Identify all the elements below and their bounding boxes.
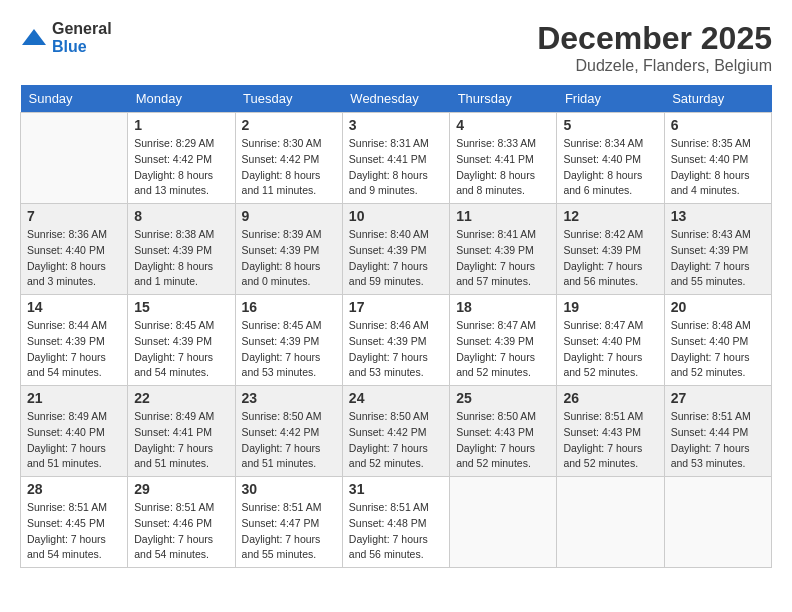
day-number: 30 (242, 481, 336, 497)
calendar-table: SundayMondayTuesdayWednesdayThursdayFrid… (20, 85, 772, 568)
calendar-cell: 1Sunrise: 8:29 AM Sunset: 4:42 PM Daylig… (128, 113, 235, 204)
day-number: 10 (349, 208, 443, 224)
day-info: Sunrise: 8:45 AM Sunset: 4:39 PM Dayligh… (134, 318, 228, 381)
day-number: 9 (242, 208, 336, 224)
calendar-cell: 27Sunrise: 8:51 AM Sunset: 4:44 PM Dayli… (664, 386, 771, 477)
calendar-cell: 22Sunrise: 8:49 AM Sunset: 4:41 PM Dayli… (128, 386, 235, 477)
day-number: 4 (456, 117, 550, 133)
day-info: Sunrise: 8:51 AM Sunset: 4:43 PM Dayligh… (563, 409, 657, 472)
day-number: 15 (134, 299, 228, 315)
calendar-cell: 16Sunrise: 8:45 AM Sunset: 4:39 PM Dayli… (235, 295, 342, 386)
day-number: 13 (671, 208, 765, 224)
logo-icon (20, 27, 48, 49)
page-header: General Blue December 2025 Dudzele, Flan… (20, 20, 772, 75)
calendar-cell: 23Sunrise: 8:50 AM Sunset: 4:42 PM Dayli… (235, 386, 342, 477)
day-number: 23 (242, 390, 336, 406)
day-info: Sunrise: 8:51 AM Sunset: 4:46 PM Dayligh… (134, 500, 228, 563)
logo: General Blue (20, 20, 112, 56)
day-info: Sunrise: 8:47 AM Sunset: 4:40 PM Dayligh… (563, 318, 657, 381)
day-number: 24 (349, 390, 443, 406)
weekday-header-monday: Monday (128, 85, 235, 113)
day-info: Sunrise: 8:39 AM Sunset: 4:39 PM Dayligh… (242, 227, 336, 290)
weekday-header-friday: Friday (557, 85, 664, 113)
day-info: Sunrise: 8:50 AM Sunset: 4:43 PM Dayligh… (456, 409, 550, 472)
calendar-cell: 28Sunrise: 8:51 AM Sunset: 4:45 PM Dayli… (21, 477, 128, 568)
title-area: December 2025 Dudzele, Flanders, Belgium (537, 20, 772, 75)
calendar-cell: 3Sunrise: 8:31 AM Sunset: 4:41 PM Daylig… (342, 113, 449, 204)
calendar-cell: 2Sunrise: 8:30 AM Sunset: 4:42 PM Daylig… (235, 113, 342, 204)
logo-blue-text: Blue (52, 38, 87, 55)
day-info: Sunrise: 8:51 AM Sunset: 4:45 PM Dayligh… (27, 500, 121, 563)
day-number: 6 (671, 117, 765, 133)
calendar-cell: 12Sunrise: 8:42 AM Sunset: 4:39 PM Dayli… (557, 204, 664, 295)
calendar-cell: 8Sunrise: 8:38 AM Sunset: 4:39 PM Daylig… (128, 204, 235, 295)
day-number: 22 (134, 390, 228, 406)
day-info: Sunrise: 8:51 AM Sunset: 4:48 PM Dayligh… (349, 500, 443, 563)
month-title: December 2025 (537, 20, 772, 57)
calendar-cell: 6Sunrise: 8:35 AM Sunset: 4:40 PM Daylig… (664, 113, 771, 204)
weekday-header-thursday: Thursday (450, 85, 557, 113)
calendar-week-3: 14Sunrise: 8:44 AM Sunset: 4:39 PM Dayli… (21, 295, 772, 386)
weekday-header-tuesday: Tuesday (235, 85, 342, 113)
day-number: 14 (27, 299, 121, 315)
day-number: 19 (563, 299, 657, 315)
day-info: Sunrise: 8:49 AM Sunset: 4:40 PM Dayligh… (27, 409, 121, 472)
day-info: Sunrise: 8:46 AM Sunset: 4:39 PM Dayligh… (349, 318, 443, 381)
day-number: 8 (134, 208, 228, 224)
day-info: Sunrise: 8:38 AM Sunset: 4:39 PM Dayligh… (134, 227, 228, 290)
calendar-cell: 4Sunrise: 8:33 AM Sunset: 4:41 PM Daylig… (450, 113, 557, 204)
day-info: Sunrise: 8:41 AM Sunset: 4:39 PM Dayligh… (456, 227, 550, 290)
calendar-cell: 11Sunrise: 8:41 AM Sunset: 4:39 PM Dayli… (450, 204, 557, 295)
calendar-cell (557, 477, 664, 568)
day-number: 21 (27, 390, 121, 406)
calendar-cell: 18Sunrise: 8:47 AM Sunset: 4:39 PM Dayli… (450, 295, 557, 386)
calendar-cell (450, 477, 557, 568)
calendar-cell (664, 477, 771, 568)
day-number: 7 (27, 208, 121, 224)
day-info: Sunrise: 8:45 AM Sunset: 4:39 PM Dayligh… (242, 318, 336, 381)
calendar-cell: 29Sunrise: 8:51 AM Sunset: 4:46 PM Dayli… (128, 477, 235, 568)
day-number: 1 (134, 117, 228, 133)
day-number: 20 (671, 299, 765, 315)
day-info: Sunrise: 8:40 AM Sunset: 4:39 PM Dayligh… (349, 227, 443, 290)
day-info: Sunrise: 8:31 AM Sunset: 4:41 PM Dayligh… (349, 136, 443, 199)
day-number: 27 (671, 390, 765, 406)
calendar-cell: 13Sunrise: 8:43 AM Sunset: 4:39 PM Dayli… (664, 204, 771, 295)
calendar-cell: 25Sunrise: 8:50 AM Sunset: 4:43 PM Dayli… (450, 386, 557, 477)
calendar-week-1: 1Sunrise: 8:29 AM Sunset: 4:42 PM Daylig… (21, 113, 772, 204)
calendar-cell: 26Sunrise: 8:51 AM Sunset: 4:43 PM Dayli… (557, 386, 664, 477)
calendar-cell: 30Sunrise: 8:51 AM Sunset: 4:47 PM Dayli… (235, 477, 342, 568)
location-title: Dudzele, Flanders, Belgium (537, 57, 772, 75)
day-info: Sunrise: 8:29 AM Sunset: 4:42 PM Dayligh… (134, 136, 228, 199)
weekday-header-saturday: Saturday (664, 85, 771, 113)
calendar-cell: 17Sunrise: 8:46 AM Sunset: 4:39 PM Dayli… (342, 295, 449, 386)
calendar-week-4: 21Sunrise: 8:49 AM Sunset: 4:40 PM Dayli… (21, 386, 772, 477)
day-number: 3 (349, 117, 443, 133)
svg-rect-1 (30, 37, 38, 45)
day-number: 29 (134, 481, 228, 497)
weekday-header-sunday: Sunday (21, 85, 128, 113)
calendar-cell: 7Sunrise: 8:36 AM Sunset: 4:40 PM Daylig… (21, 204, 128, 295)
day-info: Sunrise: 8:48 AM Sunset: 4:40 PM Dayligh… (671, 318, 765, 381)
calendar-week-5: 28Sunrise: 8:51 AM Sunset: 4:45 PM Dayli… (21, 477, 772, 568)
calendar-cell: 9Sunrise: 8:39 AM Sunset: 4:39 PM Daylig… (235, 204, 342, 295)
day-number: 2 (242, 117, 336, 133)
day-info: Sunrise: 8:43 AM Sunset: 4:39 PM Dayligh… (671, 227, 765, 290)
day-info: Sunrise: 8:47 AM Sunset: 4:39 PM Dayligh… (456, 318, 550, 381)
weekday-header-wednesday: Wednesday (342, 85, 449, 113)
day-info: Sunrise: 8:44 AM Sunset: 4:39 PM Dayligh… (27, 318, 121, 381)
calendar-cell: 5Sunrise: 8:34 AM Sunset: 4:40 PM Daylig… (557, 113, 664, 204)
day-info: Sunrise: 8:51 AM Sunset: 4:47 PM Dayligh… (242, 500, 336, 563)
day-info: Sunrise: 8:30 AM Sunset: 4:42 PM Dayligh… (242, 136, 336, 199)
calendar-cell: 10Sunrise: 8:40 AM Sunset: 4:39 PM Dayli… (342, 204, 449, 295)
calendar-cell (21, 113, 128, 204)
day-number: 28 (27, 481, 121, 497)
day-number: 31 (349, 481, 443, 497)
day-info: Sunrise: 8:35 AM Sunset: 4:40 PM Dayligh… (671, 136, 765, 199)
calendar-cell: 21Sunrise: 8:49 AM Sunset: 4:40 PM Dayli… (21, 386, 128, 477)
calendar-cell: 19Sunrise: 8:47 AM Sunset: 4:40 PM Dayli… (557, 295, 664, 386)
day-info: Sunrise: 8:33 AM Sunset: 4:41 PM Dayligh… (456, 136, 550, 199)
day-info: Sunrise: 8:36 AM Sunset: 4:40 PM Dayligh… (27, 227, 121, 290)
day-number: 12 (563, 208, 657, 224)
calendar-week-2: 7Sunrise: 8:36 AM Sunset: 4:40 PM Daylig… (21, 204, 772, 295)
